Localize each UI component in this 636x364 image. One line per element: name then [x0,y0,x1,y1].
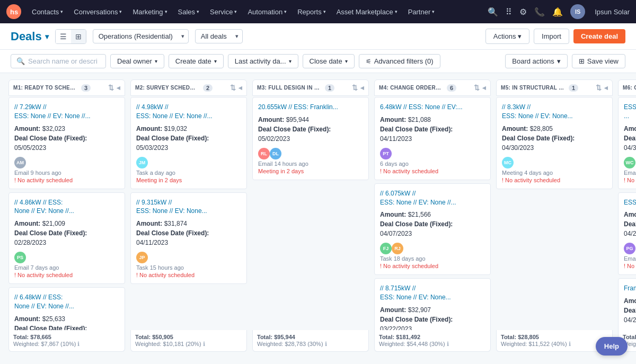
settings-icon[interactable]: ⚙ [519,7,527,17]
save-view-button[interactable]: ⊞ Save view [572,54,625,68]
deal-card[interactable]: // 6.075kW //ESS: None // EV: None //...… [374,183,491,276]
column-header-m2: M2: SURVEY SCHEDULED 2 ⇅ ◂ [130,79,247,96]
search-icon[interactable]: 🔍 [488,7,498,17]
deal-card[interactable]: // 7.29kW //ESS: None // EV: None //... … [8,97,125,189]
nav-marketing[interactable]: Marketing ▾ [128,6,171,18]
nav-automation[interactable]: Automation ▾ [243,6,291,18]
card-avatar: PG [624,243,635,254]
deal-card[interactable]: 20.655kW // ESS: Franklin... Amount: $95… [252,97,369,180]
collapse-icon[interactable]: ◂ [482,84,486,92]
last-activity-filter[interactable]: Last activity da... ▾ [228,54,298,68]
search-icon: 🔍 [16,57,25,65]
advanced-filters-button[interactable]: ⚟ Advanced filters (0) [359,54,440,68]
column-footer-m2: Total: $50,905 Weighted: $10,181 (20%) ℹ [130,330,247,352]
info-icon[interactable]: ℹ [203,341,205,347]
column-m5: M5: IN STRUCTURAL R... 1 ⇅ ◂ // 8.3kW //… [496,79,613,352]
board-view-button[interactable]: ⊞ [71,30,86,43]
deal-card[interactable]: // 8.715kW //ESS: None // EV: None... Am… [374,278,491,330]
info-icon[interactable]: ℹ [77,341,80,347]
card-title[interactable]: // 9.315kW //ESS: None // EV: None... [136,198,241,216]
nav-service[interactable]: Service ▾ [206,6,241,18]
card-title-line: ... [624,112,629,120]
card-last-activity: Email 14 hours ago [258,161,363,167]
nav-asset-marketplace[interactable]: Asset Marketplace ▾ [332,6,402,18]
create-deal-button[interactable]: Create deal [573,29,625,43]
nav-conversations[interactable]: Conversations ▾ [69,6,126,18]
sort-icon[interactable]: ⇅ [108,84,114,92]
info-icon[interactable]: ℹ [447,341,449,347]
card-no-activity: ! No activity scheduled [14,272,119,278]
help-button[interactable]: Help [596,337,628,356]
chevron-down-icon: ▾ [155,58,157,64]
sort-icon[interactable]: ⇅ [474,84,480,92]
deal-card[interactable]: Franklin Batt... Amount: $30,0... Deal C… [618,278,636,330]
deal-card[interactable]: ESS: None // Amount: $42,... Deal Close … [618,192,636,276]
search-box[interactable]: 🔍 [11,54,106,68]
sort-icon[interactable]: ⇅ [596,84,602,92]
hubspot-logo[interactable]: hs [6,4,21,19]
deal-card[interactable]: ESS: None //... Amount: $25,9... Deal Cl… [618,97,636,189]
board-actions-button[interactable]: Board actions ▾ [505,54,568,68]
notifications-icon[interactable]: 🔔 [552,7,563,17]
column-footer-m3: Total: $95,944 Weighted: $28,783 (30%) ℹ [252,330,369,352]
column-icons: ⇅ ◂ [596,84,608,92]
collapse-icon[interactable]: ◂ [117,84,120,92]
card-title[interactable]: ESS: None // [624,198,636,207]
card-title-line: // 6.48kW // ESS: [14,294,63,301]
deal-card[interactable]: // 6.48kW // ESS:None // EV: None //... … [8,287,125,330]
card-no-activity: Meeting in 2 days [258,168,363,174]
card-title[interactable]: // 8.715kW //ESS: None // EV: None... [380,284,485,302]
card-title-line: // 8.715kW // [380,285,416,292]
user-name[interactable]: Ipsun Solar [595,8,630,16]
list-view-button[interactable]: ☰ [56,30,71,43]
collapse-icon[interactable]: ◂ [238,84,242,92]
nav-partner[interactable]: Partner ▾ [404,6,439,18]
card-title[interactable]: // 6.48kW // ESS:None // EV: None //... [14,293,119,311]
actions-button[interactable]: Actions ▾ [485,29,529,44]
card-title[interactable]: 6.48kW // ESS: None // EV:... [380,103,485,112]
sort-icon[interactable]: ⇅ [352,84,358,92]
deal-card[interactable]: 6.48kW // ESS: None // EV:... Amount: $2… [374,97,491,180]
nav-contacts[interactable]: Contacts ▾ [28,6,67,18]
deal-card[interactable]: // 4.98kW //ESS: None // EV: None //... … [130,97,247,189]
card-title[interactable]: // 7.29kW //ESS: None // EV: None //... [14,103,119,121]
card-last-activity: Task a day ago [136,170,241,176]
collapse-icon[interactable]: ◂ [604,84,608,92]
card-title[interactable]: // 4.86kW // ESS:None // EV: None //... [14,198,119,216]
title-dropdown-icon: ▾ [45,32,49,41]
info-icon[interactable]: ℹ [325,341,327,347]
column-icons: ⇅ ◂ [474,84,486,92]
nav-sales[interactable]: Sales ▾ [174,6,204,18]
create-date-filter[interactable]: Create date ▾ [169,54,224,68]
import-button[interactable]: Import [534,29,569,44]
page-header-left: Deals ▾ ☰ ⊞ Operations (Residential) All… [11,29,243,44]
deals-filter[interactable]: All deals [195,29,243,43]
card-title[interactable]: ESS: None //... [624,103,636,121]
apps-icon[interactable]: ⠿ [506,7,512,17]
search-input[interactable] [28,57,97,65]
nav-reports[interactable]: Reports ▾ [293,6,330,18]
close-date-filter[interactable]: Close date ▾ [303,54,355,68]
nav-right-section: 🔍 ⠿ ⚙ 📞 🔔 IS Ipsun Solar [488,4,630,19]
info-icon[interactable]: ℹ [569,341,571,347]
card-no-activity: ! No activity sc... [624,263,636,269]
card-title[interactable]: // 6.075kW //ESS: None // EV: None //... [380,189,485,207]
column-cards-m6: ESS: None //... Amount: $25,9... Deal Cl… [618,97,636,330]
card-title[interactable]: 20.655kW // ESS: Franklin... [258,103,363,112]
phone-icon[interactable]: 📞 [534,7,545,17]
card-title[interactable]: Franklin Batt... [624,284,636,293]
pipeline-filter[interactable]: Operations (Residential) [93,29,189,43]
column-total: Total: $28,805 [501,334,608,340]
collapse-icon[interactable]: ◂ [360,84,364,92]
deal-card[interactable]: // 8.3kW //ESS: None // EV: None... Amou… [496,97,613,189]
deal-owner-filter[interactable]: Deal owner ▾ [110,54,164,68]
card-title[interactable]: // 4.98kW //ESS: None // EV: None //... [136,103,241,121]
card-title[interactable]: // 8.3kW //ESS: None // EV: None... [502,103,607,121]
page-title[interactable]: Deals ▾ [11,30,49,43]
sort-icon[interactable]: ⇅ [230,84,236,92]
card-title-line: ESS: None // EV: None //... [380,199,456,206]
deal-card[interactable]: // 9.315kW //ESS: None // EV: None... Am… [130,192,247,285]
deal-card[interactable]: // 4.86kW // ESS:None // EV: None //... … [8,192,125,285]
avatar[interactable]: IS [570,4,585,19]
card-close-date: Deal Close Date (Fixed):04/26/2023 [624,306,636,325]
